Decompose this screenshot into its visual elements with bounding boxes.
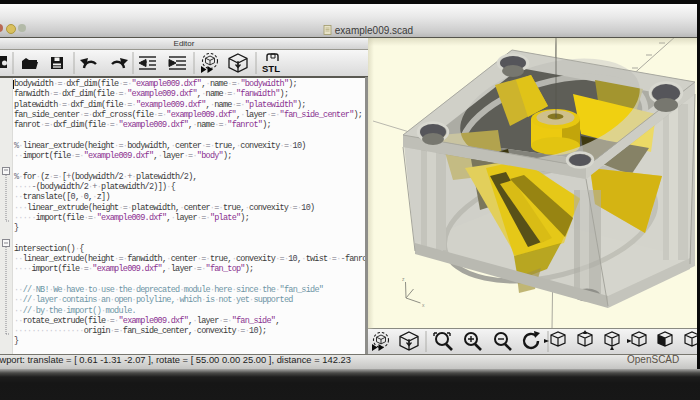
svg-text:x: x [422, 302, 425, 308]
svg-text:STL: STL [262, 63, 280, 74]
svg-text:z: z [402, 276, 405, 282]
